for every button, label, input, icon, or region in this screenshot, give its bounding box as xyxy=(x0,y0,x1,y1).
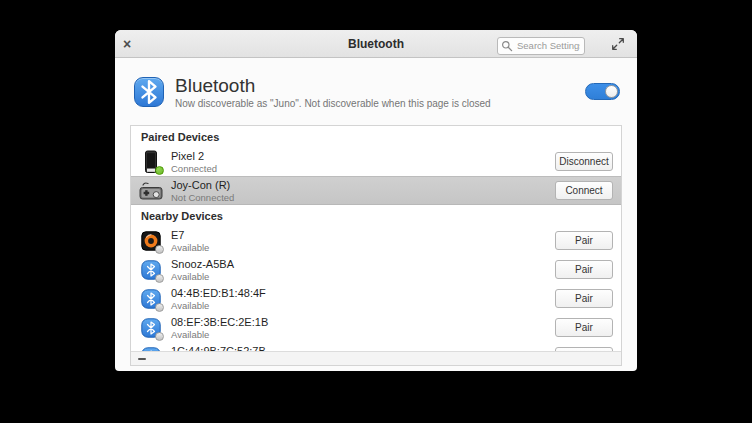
device-row[interactable]: E7AvailablePair xyxy=(131,226,621,255)
available-emblem xyxy=(155,245,164,254)
search-field-container xyxy=(497,35,585,53)
gamepad-icon xyxy=(139,177,163,204)
pair-button[interactable]: Pair xyxy=(555,318,613,337)
device-name: 04:4B:ED:B1:48:4F xyxy=(171,287,266,300)
bluetooth-icon xyxy=(139,256,163,283)
device-status: Available xyxy=(171,242,209,253)
discoverable-status-text: Now discoverable as "Juno". Not discover… xyxy=(175,98,491,109)
close-window-icon[interactable]: × xyxy=(123,37,131,51)
device-row[interactable]: Pixel 2ConnectedDisconnect xyxy=(131,147,621,176)
device-status: Not Connected xyxy=(171,192,234,203)
device-name: 1C:44:9B:7C:52:7B xyxy=(171,345,266,352)
bluetooth-page-header: Bluetooth Now discoverable as "Juno". No… xyxy=(115,58,637,125)
connected-emblem xyxy=(155,166,164,175)
available-emblem xyxy=(155,332,164,341)
pair-button[interactable]: Pair xyxy=(555,260,613,279)
device-name: Pixel 2 xyxy=(171,150,217,163)
device-name: Joy-Con (R) xyxy=(171,179,234,192)
device-name: E7 xyxy=(171,229,209,242)
maximize-icon[interactable] xyxy=(611,37,625,51)
disconnect-button[interactable]: Disconnect xyxy=(555,152,613,171)
toggle-knob xyxy=(605,85,618,98)
device-status: Connected xyxy=(171,163,217,174)
bluetooth-icon xyxy=(139,314,163,341)
bluetooth-toggle[interactable] xyxy=(585,83,620,100)
device-row[interactable]: Snooz-A5BAAvailablePair xyxy=(131,255,621,284)
headerbar: × All Settings Bluetooth xyxy=(115,30,637,58)
connect-button[interactable]: Connect xyxy=(555,181,613,200)
available-emblem xyxy=(155,274,164,283)
nearby-devices-header: Nearby Devices xyxy=(131,205,621,226)
device-status: Available xyxy=(171,300,266,311)
device-row[interactable]: 1C:44:9B:7C:52:7BAvailablePair xyxy=(131,342,621,351)
pair-button[interactable]: Pair xyxy=(555,289,613,308)
device-status: Available xyxy=(171,271,234,282)
back-button-label: All Settings xyxy=(160,38,213,50)
list-toolbar xyxy=(131,351,621,365)
speaker-icon xyxy=(139,227,163,254)
bluetooth-icon xyxy=(139,343,163,351)
device-row[interactable]: 04:4B:ED:B1:48:4FAvailablePair xyxy=(131,284,621,313)
page-title: Bluetooth xyxy=(175,75,491,96)
device-list-frame: Paired Devices Pixel 2ConnectedDisconnec… xyxy=(130,125,622,366)
device-status: Available xyxy=(171,329,268,340)
device-row[interactable]: 08:EF:3B:EC:2E:1BAvailablePair xyxy=(131,313,621,342)
pair-button[interactable]: Pair xyxy=(555,347,613,351)
device-list: Paired Devices Pixel 2ConnectedDisconnec… xyxy=(131,126,621,351)
search-input[interactable] xyxy=(497,37,585,55)
bluetooth-settings-window: × All Settings Bluetooth xyxy=(115,30,637,371)
available-emblem xyxy=(155,303,164,312)
remove-device-icon[interactable] xyxy=(138,358,146,360)
bluetooth-icon xyxy=(139,285,163,312)
device-row[interactable]: Joy-Con (R)Not ConnectedConnect xyxy=(131,176,621,205)
pair-button[interactable]: Pair xyxy=(555,231,613,250)
device-name: 08:EF:3B:EC:2E:1B xyxy=(171,316,268,329)
bluetooth-app-icon xyxy=(134,77,164,107)
paired-devices-header: Paired Devices xyxy=(131,126,621,147)
device-name: Snooz-A5BA xyxy=(171,258,234,271)
phone-icon xyxy=(139,148,163,175)
